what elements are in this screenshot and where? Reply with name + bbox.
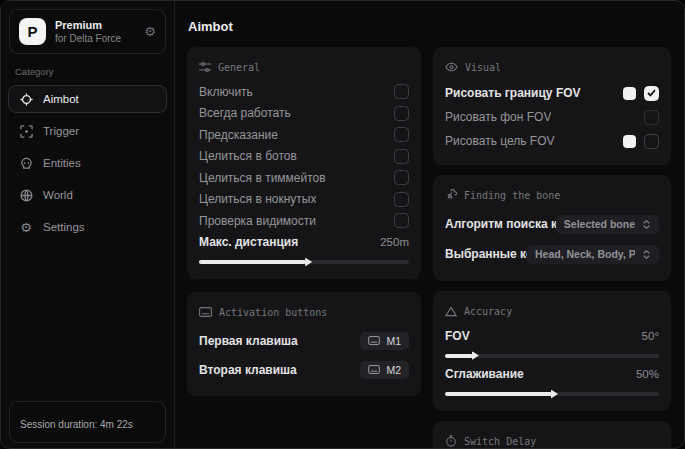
page-title: Aimbot	[188, 19, 671, 34]
sidebar-item-label: Settings	[43, 221, 85, 233]
checkbox[interactable]	[394, 84, 409, 99]
trigger-icon	[19, 124, 33, 138]
panel-accuracy: Accuracy FOV 50° Сглаживание 50%	[433, 291, 671, 411]
sidebar: P Premium for Delta Force ⚙ Category Aim…	[1, 1, 175, 448]
crosshair-icon	[19, 92, 33, 106]
brand-name: Premium	[55, 19, 135, 31]
category-label: Category	[15, 66, 160, 77]
checkbox[interactable]	[644, 110, 659, 125]
setting-row: Макс. дистанция 250m	[199, 232, 409, 254]
right-column: Visual Рисовать границу FOV Рисовать фон…	[433, 47, 671, 449]
checkbox[interactable]	[394, 170, 409, 185]
keyboard-icon	[368, 336, 380, 345]
checkbox[interactable]	[394, 149, 409, 164]
setting-row: Первая клавиша M1	[199, 326, 409, 355]
selected-bones-dropdown[interactable]: Head, Neck, Body, Pe..	[527, 245, 659, 264]
setting-row: Целиться в тиммейтов	[199, 167, 409, 189]
brand-logo: P	[19, 18, 46, 45]
panel-visual-header: Visual	[445, 56, 659, 78]
panel-switch-delay: Switch Delay Задержка переключения Задер…	[433, 421, 671, 449]
setting-row: Проверка видимости	[199, 210, 409, 232]
bone-algorithm-dropdown[interactable]: Selected bone	[556, 215, 659, 234]
setting-row: Сглаживание 50%	[445, 364, 659, 386]
sidebar-item-settings[interactable]: ⚙ Settings	[8, 213, 167, 241]
keyboard-icon	[368, 365, 380, 374]
setting-row: Включить	[199, 81, 409, 103]
slider-value: 50%	[636, 368, 659, 380]
app-window: P Premium for Delta Force ⚙ Category Aim…	[0, 0, 685, 449]
setting-row: FOV 50°	[445, 325, 659, 347]
panel-visual: Visual Рисовать границу FOV Рисовать фон…	[433, 47, 671, 165]
checkbox[interactable]	[394, 213, 409, 228]
sidebar-item-entities[interactable]: Entities	[8, 149, 167, 177]
sidebar-nav: Aimbot Trigger Entities World	[1, 85, 174, 241]
sidebar-item-label: Aimbot	[43, 93, 79, 105]
setting-row: Рисовать фон FOV	[445, 105, 659, 129]
setting-row: Выбранные кости Head, Neck, Body, Pe..	[445, 239, 659, 269]
brand-text: Premium for Delta Force	[55, 19, 135, 44]
setting-row: Предсказание	[199, 124, 409, 146]
gear-icon[interactable]: ⚙	[144, 24, 156, 39]
sliders-icon	[199, 62, 211, 72]
check-icon	[647, 89, 656, 97]
session-duration: Session duration: 4m 22s	[9, 401, 166, 443]
globe-icon	[19, 188, 33, 202]
checkbox[interactable]	[644, 134, 659, 149]
color-swatch[interactable]	[623, 87, 636, 100]
setting-row: Целиться в ботов	[199, 146, 409, 168]
sidebar-item-aimbot[interactable]: Aimbot	[8, 85, 167, 113]
left-column: General Включить Всегда работать Предска…	[187, 47, 421, 449]
setting-row: Вторая клавиша M2	[199, 355, 409, 384]
bone-icon	[445, 189, 457, 201]
checkbox[interactable]	[394, 106, 409, 121]
sidebar-item-trigger[interactable]: Trigger	[8, 117, 167, 145]
keybind-button[interactable]: M2	[360, 361, 409, 379]
brand-subtitle: for Delta Force	[55, 33, 135, 44]
sidebar-item-label: Entities	[43, 157, 81, 169]
checkbox[interactable]	[394, 192, 409, 207]
expand-icon	[642, 250, 651, 259]
slider-value: 50°	[642, 330, 659, 342]
sidebar-item-label: Trigger	[43, 125, 79, 137]
setting-row: Рисовать цель FOV	[445, 129, 659, 153]
panel-general-header: General	[199, 56, 409, 78]
fov-slider[interactable]	[445, 354, 659, 358]
gear-icon: ⚙	[19, 220, 33, 234]
panel-finding-bone: Finding the bone Алгоритм поиска костей …	[433, 175, 671, 281]
checkbox[interactable]	[394, 127, 409, 142]
keyboard-icon	[199, 307, 212, 317]
checkbox[interactable]	[644, 86, 659, 101]
premium-card: P Premium for Delta Force ⚙	[9, 9, 166, 54]
max-distance-slider[interactable]	[199, 260, 409, 264]
sidebar-item-label: World	[43, 189, 73, 201]
smoothing-slider[interactable]	[445, 392, 659, 396]
setting-row: Целиться в нокнутых	[199, 189, 409, 211]
color-swatch[interactable]	[623, 135, 636, 148]
sidebar-item-world[interactable]: World	[8, 181, 167, 209]
panel-switch-delay-header: Switch Delay	[445, 430, 659, 449]
panel-activation-buttons: Activation buttons Первая клавиша M1 Вто…	[187, 292, 421, 396]
timer-icon	[445, 435, 457, 447]
entities-icon	[19, 156, 33, 170]
panel-activation-header: Activation buttons	[199, 301, 409, 323]
setting-row: Всегда работать	[199, 103, 409, 125]
expand-icon	[642, 220, 651, 229]
panel-accuracy-header: Accuracy	[445, 300, 659, 322]
panel-general: General Включить Всегда работать Предска…	[187, 47, 421, 279]
setting-row: Алгоритм поиска костей Selected bone	[445, 209, 659, 239]
main-area: Aimbot General Включить Всегда работать	[175, 1, 684, 448]
keybind-button[interactable]: M1	[360, 332, 409, 350]
eye-icon	[445, 62, 458, 72]
panel-bone-header: Finding the bone	[445, 184, 659, 206]
setting-row: Рисовать границу FOV	[445, 81, 659, 105]
triangle-icon	[445, 306, 457, 317]
slider-value: 250m	[380, 236, 409, 248]
